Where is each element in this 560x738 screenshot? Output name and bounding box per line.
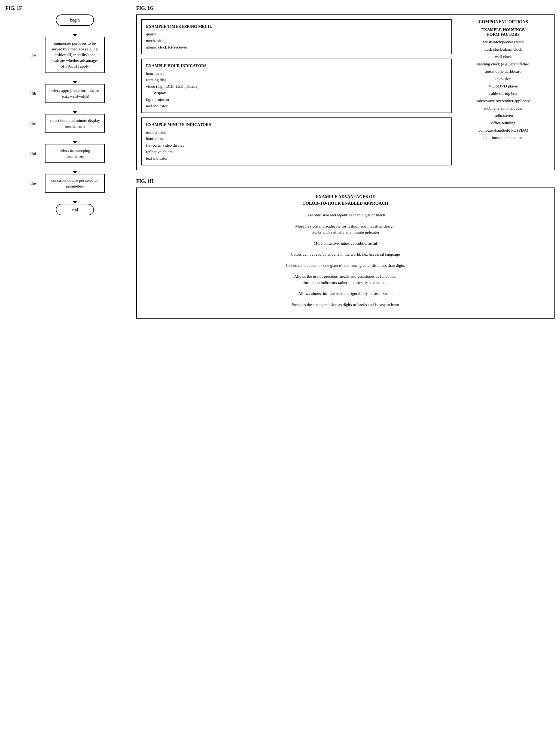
minute-indicators-box: EXAMPLE MINUTE INDICATORS minute hand ho… [141,117,452,165]
timekeeping-item-3: atomic clock RF receiver [146,44,447,50]
page-container: FIG. 1F begin 15a enumerate purposes to … [5,5,555,327]
co-item-8: cable set-top box [457,90,550,97]
co-item-5: automobile dashboard [457,68,550,75]
fig1h-item-7: Allows almost infinite user configurabil… [145,291,546,297]
fig1g-outer-box: EXAMPLE TIMEKEEPING MECH. quartz mechani… [136,14,555,170]
flow-node-step3: 15c select hour and minute display mecha… [45,114,105,133]
timekeeping-item-1: quartz [146,31,447,37]
co-item-6: television [457,75,550,83]
flow-node-step2: 15b select appropriate form factor (e.g.… [45,84,105,103]
minute-item-4: reflective object [146,148,447,155]
co-item-2: desk clock/alarm clock [457,46,550,53]
end-pill: end [56,204,94,215]
label-15a: 15a [30,53,36,57]
hour-item-1: hour hand [146,70,447,77]
hour-item-5: leaf indicator [146,103,447,109]
fig1h-item-1: Less obtrusive and repetitive than digit… [145,212,546,218]
flow-node-step5: 15e construct device per selected parame… [45,174,105,193]
fig1f-label: FIG. 1F [5,5,128,11]
fig1g-left: EXAMPLE TIMEKEEPING MECH. quartz mechani… [141,19,452,165]
minute-item-5: leaf indicator [146,155,447,161]
label-15d: 15d [30,151,36,156]
fig1h-item-4: Colors can be read by anyone in the worl… [145,251,546,258]
arrow-1 [75,26,75,37]
minute-item-3: flat-panel video display [146,142,447,148]
begin-pill: begin [56,14,94,26]
step3-box: select hour and minute display mechanism… [45,114,105,133]
co-item-7: VCR/DVD player [457,83,550,90]
co-items-list: wristwatch/pocket watch desk clock/alarm… [457,38,550,141]
flowchart: begin 15a enumerate purposes to be serve… [5,14,128,215]
flow-node-step4: 15d select timekeeping mechanism [45,144,105,163]
timekeeping-items: quartz mechanical atomic clock RF receiv… [146,31,447,50]
component-options-content: COMPONENT OPTIONS EXAMPLE HOUSINGS/FORM … [457,19,550,141]
flow-node-begin: begin [56,14,94,26]
flow-node-end: end [56,204,94,215]
arrow-4 [75,133,75,144]
fig1h-section: FIG. 1H EXAMPLE ADVANTAGES OFCOLOR-TO-HO… [136,178,555,319]
hour-indicators-box: EXAMPLE HOUR INDICATORS hour hand rotati… [141,59,452,113]
step5-box: construct device per selected parameters [45,174,105,193]
co-item-10: mobile telephone/pager [457,105,550,112]
co-housings-title: EXAMPLE HOUSINGS/FORM FACTORS [457,28,550,37]
co-item-9: microwave oven/other appliance [457,97,550,105]
label-15c: 15c [30,121,36,126]
fig1h-item-3: More attractive, intuitive, subtle, artf… [145,240,546,247]
co-item-3: wall clock [457,53,550,60]
timekeeping-item-2: mechanical [146,37,447,44]
hour-items: hour hand rotating dial video (e.g., LCD… [146,70,447,109]
label-15b: 15b [30,91,36,96]
fig1h-item-5: Colors can be read in "one glance" and f… [145,263,546,269]
fig1h-item-8: Provides the same precision as digits or… [145,302,546,308]
fig1h-label: FIG. 1H [136,178,555,184]
timekeeping-title: EXAMPLE TIMEKEEPING MECH. [146,23,447,30]
step1-box: enumerate purposes to be served by timep… [45,37,105,73]
co-item-12: office building [457,119,550,127]
co-item-11: radio/stereo [457,112,550,119]
co-item-14: aquarium/other container [457,134,550,141]
arrow-6 [75,193,75,204]
right-column: FIG. 1G EXAMPLE TIMEKEEPING MECH. quartz… [131,5,555,327]
fig1h-item-2: More flexible and scaleable for fashion … [145,223,546,236]
minute-item-2: hour glass [146,135,447,142]
minute-title: EXAMPLE MINUTE INDICATORS [146,121,447,128]
fig1g-label: FIG. 1G [136,5,555,11]
fig1h-item-6: Allows the use of precious metals and ge… [145,273,546,286]
fig1g-section: FIG. 1G EXAMPLE TIMEKEEPING MECH. quartz… [136,5,555,170]
label-15e: 15e [30,181,36,186]
hour-item-2: rotating dial [146,77,447,83]
co-item-4: standing clock (e.g., grandfather) [457,60,550,68]
flow-node-step1: 15a enumerate purposes to be served by t… [45,37,105,73]
co-item-1: wristwatch/pocket watch [457,38,550,46]
arrow-5 [75,163,75,174]
hour-item-3b: display [146,90,447,96]
arrow-2 [75,73,75,84]
timekeeping-box: EXAMPLE TIMEKEEPING MECH. quartz mechani… [141,19,452,54]
arrow-3 [75,103,75,114]
hour-item-4: light projector [146,96,447,103]
co-main-title: COMPONENT OPTIONS [457,19,550,24]
step4-box: select timekeeping mechanism [45,144,105,163]
co-item-13: computer/handheld PC (PDA) [457,127,550,134]
minute-item-1: minute hand [146,129,447,135]
hour-title: EXAMPLE HOUR INDICATORS [146,62,447,69]
hour-item-3: video (e.g., LCD, LED, plasma) [146,83,447,90]
step2-box: select appropriate form factor (e.g., wr… [45,84,105,103]
minute-items: minute hand hour glass flat-panel video … [146,129,447,161]
left-column: FIG. 1F begin 15a enumerate purposes to … [5,5,131,327]
component-options: COMPONENT OPTIONS EXAMPLE HOUSINGS/FORM … [457,19,550,165]
fig1h-title: EXAMPLE ADVANTAGES OFCOLOR-TO-HOUR ENABL… [145,194,546,207]
fig1h-outer-box: EXAMPLE ADVANTAGES OFCOLOR-TO-HOUR ENABL… [136,188,555,319]
